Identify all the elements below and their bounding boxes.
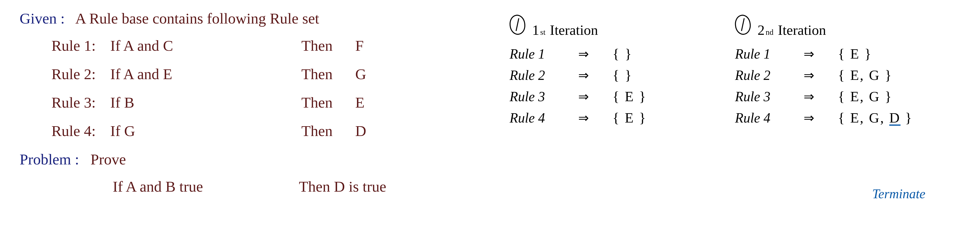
hand-set: { E } <box>612 88 647 105</box>
rule-result: F <box>355 37 385 54</box>
hand-set: { } <box>612 67 633 83</box>
iteration-rule-row: Rule 1 ⇒ { E } <box>735 46 956 62</box>
implies-arrow-icon: ⇒ <box>803 111 838 125</box>
hand-rule-label: Rule 1 <box>735 46 803 62</box>
iteration-2-block: 2nd Iteration Rule 1 ⇒ { E } Rule 2 ⇒ { … <box>735 15 956 131</box>
iteration-header: 2nd Iteration <box>735 15 956 38</box>
implies-arrow-icon: ⇒ <box>578 89 612 104</box>
rule-then: Then <box>301 122 355 140</box>
rule-row: Rule 2: If A and E Then G <box>20 65 485 83</box>
rule-if: If A and E <box>110 65 301 83</box>
problem-line: Problem : Prove <box>20 151 485 168</box>
hand-rule-label: Rule 4 <box>735 110 803 126</box>
implies-arrow-icon: ⇒ <box>803 68 838 83</box>
rule-row: Rule 3: If B Then E <box>20 94 485 111</box>
rule-then: Then <box>301 94 355 111</box>
problem-statement-panel: Given : A Rule base contains following R… <box>20 10 485 195</box>
given-line: Given : A Rule base contains following R… <box>20 10 485 27</box>
iteration-title: Iteration <box>778 22 826 38</box>
rule-result: D <box>355 122 385 140</box>
terminate-label: Terminate <box>872 186 925 202</box>
prove-row: If A and B true Then D is true <box>20 178 485 195</box>
ordinal-number: 1 <box>532 22 539 38</box>
rule-row: Rule 4: If G Then D <box>20 122 485 140</box>
given-text <box>68 10 75 27</box>
hand-rule-label: Rule 2 <box>510 67 578 83</box>
rule-label: Rule 3: <box>51 94 110 111</box>
problem-label: Problem : <box>20 151 79 168</box>
rule-if: If G <box>110 122 301 140</box>
rule-label: Rule 4: <box>51 122 110 140</box>
hand-set: { E } <box>838 46 872 62</box>
rule-if: If B <box>110 94 301 111</box>
implies-arrow-icon: ⇒ <box>578 46 612 61</box>
circled-number-icon <box>509 14 526 35</box>
iteration-rule-row: Rule 3 ⇒ { E, G } <box>735 88 956 105</box>
problem-text: Prove <box>91 151 126 168</box>
hand-rule-label: Rule 1 <box>510 46 578 62</box>
iteration-rule-row: Rule 4 ⇒ { E, G, D } <box>735 110 956 126</box>
ordinal-suffix: nd <box>765 28 773 37</box>
rule-row: Rule 1: If A and C Then F <box>20 37 485 54</box>
implies-arrow-icon: ⇒ <box>578 111 612 125</box>
hand-set: { E, G } <box>838 88 892 105</box>
iteration-rule-row: Rule 2 ⇒ { E, G } <box>735 67 956 83</box>
iteration-title: Iteration <box>550 22 598 38</box>
hand-set-final: { E, G, D } <box>838 110 913 126</box>
rule-result: E <box>355 94 385 111</box>
rule-label: Rule 2: <box>51 65 110 83</box>
iteration-header: 1st Iteration <box>510 15 718 38</box>
given-label: Given : <box>20 10 65 27</box>
ordinal-suffix: st <box>540 28 546 37</box>
rule-label: Rule 1: <box>51 37 110 54</box>
rule-then: Then <box>301 65 355 83</box>
iteration-rule-row: Rule 4 ⇒ { E } <box>510 110 718 126</box>
iteration-rule-row: Rule 1 ⇒ { } <box>510 46 718 62</box>
ordinal-number: 2 <box>757 22 765 38</box>
hand-rule-label: Rule 2 <box>735 67 803 83</box>
rule-if: If A and C <box>110 37 301 54</box>
hand-set: { } <box>612 46 633 62</box>
implies-arrow-icon: ⇒ <box>578 68 612 83</box>
circled-number-icon <box>734 14 752 35</box>
hand-rule-label: Rule 3 <box>510 89 578 105</box>
iteration-rule-row: Rule 2 ⇒ { } <box>510 67 718 83</box>
hand-set: { E, G } <box>838 67 892 83</box>
iteration-1-block: 1st Iteration Rule 1 ⇒ { } Rule 2 ⇒ { } … <box>510 15 718 131</box>
implies-arrow-icon: ⇒ <box>803 46 838 61</box>
iteration-rule-row: Rule 3 ⇒ { E } <box>510 88 718 105</box>
rule-then: Then <box>301 37 355 54</box>
hand-rule-label: Rule 4 <box>510 110 578 126</box>
proven-d: D <box>889 110 900 126</box>
hand-rule-label: Rule 3 <box>735 89 803 105</box>
prove-then: Then D is true <box>299 178 386 195</box>
rule-result: G <box>355 65 385 83</box>
hand-set: { E } <box>612 110 647 126</box>
prove-if: If A and B true <box>113 178 299 195</box>
implies-arrow-icon: ⇒ <box>803 89 838 104</box>
